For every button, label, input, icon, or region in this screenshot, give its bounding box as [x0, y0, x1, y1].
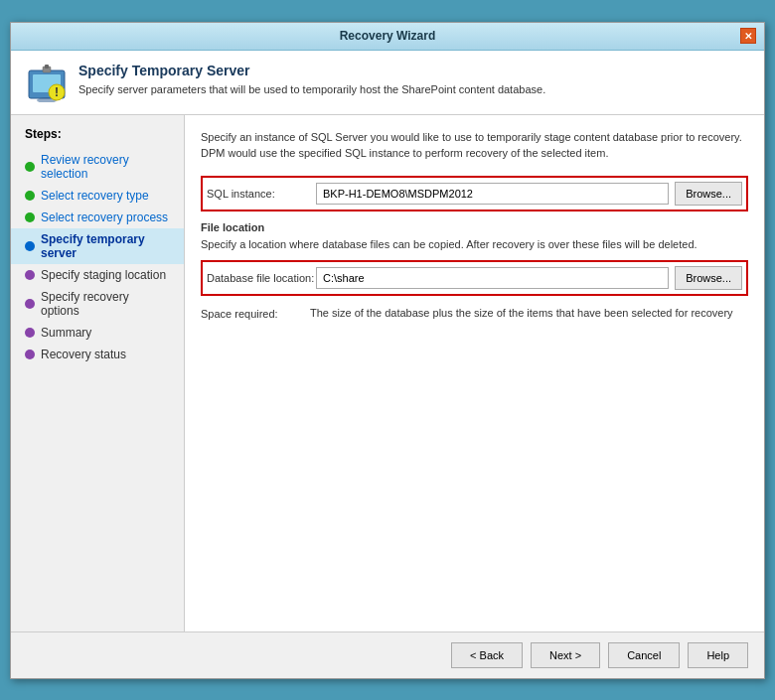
- sidebar-label-review: Review recovery selection: [41, 153, 170, 181]
- header-section: ! Specify Temporary Server Specify serve…: [11, 51, 764, 115]
- footer: < Back Next > Cancel Help: [11, 631, 764, 678]
- main-content: Specify an instance of SQL Server you wo…: [185, 115, 764, 631]
- sidebar-label-options: Specify recovery options: [41, 290, 170, 318]
- sidebar-item-specify-temporary-server: Specify temporary server: [11, 228, 184, 264]
- sql-instance-label: SQL instance:: [207, 188, 316, 200]
- dot-icon-review: [25, 162, 35, 172]
- db-file-label: Database file location:: [207, 272, 316, 284]
- help-button[interactable]: Help: [688, 642, 748, 668]
- svg-text:!: !: [55, 85, 59, 99]
- db-file-input[interactable]: [316, 267, 669, 289]
- dot-icon-process: [25, 212, 35, 222]
- sql-instance-row: SQL instance: Browse...: [201, 176, 748, 211]
- sidebar-label-status: Recovery status: [41, 348, 126, 361]
- db-browse-button[interactable]: Browse...: [675, 266, 742, 290]
- sidebar-item-specify-staging-location: Specify staging location: [11, 264, 184, 286]
- dot-icon-options: [25, 299, 35, 309]
- file-location-desc: Specify a location where database files …: [201, 237, 748, 252]
- sidebar-header: Steps:: [11, 127, 184, 149]
- back-button[interactable]: < Back: [451, 642, 523, 668]
- db-file-location-row: Database file location: Browse...: [201, 260, 748, 296]
- sidebar-label-type: Select recovery type: [41, 189, 149, 203]
- sidebar-item-specify-recovery-options: Specify recovery options: [11, 286, 184, 322]
- sidebar-item-recovery-status: Recovery status: [11, 344, 184, 365]
- space-required-label: Space required:: [201, 306, 310, 320]
- main-intro-text: Specify an instance of SQL Server you wo…: [201, 129, 748, 162]
- dot-icon-temp-server: [25, 241, 35, 251]
- dot-icon-staging: [25, 270, 35, 280]
- sidebar-item-summary: Summary: [11, 322, 184, 344]
- dot-icon-summary: [25, 328, 35, 338]
- sql-browse-button[interactable]: Browse...: [675, 182, 742, 206]
- file-location-title: File location: [201, 221, 748, 233]
- window-title: Recovery Wizard: [35, 29, 740, 43]
- sidebar-label-staging: Specify staging location: [41, 268, 166, 282]
- sidebar-item-select-recovery-type[interactable]: Select recovery type: [11, 185, 184, 207]
- sidebar: Steps: Review recovery selection Select …: [11, 115, 185, 631]
- header-description: Specify server parameters that will be u…: [78, 82, 545, 97]
- sidebar-item-select-recovery-process[interactable]: Select recovery process: [11, 207, 184, 228]
- cancel-button[interactable]: Cancel: [608, 642, 680, 668]
- content-area: Steps: Review recovery selection Select …: [11, 115, 764, 631]
- space-required-desc: The size of the database plus the size o…: [310, 306, 748, 321]
- sidebar-label-temp-server: Specify temporary server: [41, 232, 170, 260]
- sidebar-item-review-recovery-selection[interactable]: Review recovery selection: [11, 149, 184, 185]
- dot-icon-status: [25, 350, 35, 359]
- dot-icon-type: [25, 191, 35, 201]
- header-text: Specify Temporary Server Specify server …: [78, 63, 545, 97]
- sidebar-label-summary: Summary: [41, 326, 91, 340]
- close-button[interactable]: ✕: [740, 28, 756, 44]
- sidebar-label-process: Select recovery process: [41, 210, 168, 224]
- space-required-row: Space required: The size of the database…: [201, 306, 748, 321]
- header-title: Specify Temporary Server: [78, 63, 545, 78]
- svg-rect-4: [45, 65, 49, 69]
- title-bar: Recovery Wizard ✕: [11, 23, 764, 51]
- recovery-wizard-window: Recovery Wizard ✕ ! Specify Temporary Se…: [10, 22, 765, 679]
- next-button[interactable]: Next >: [531, 642, 600, 668]
- header-icon: !: [27, 63, 67, 102]
- sql-instance-input[interactable]: [316, 183, 669, 205]
